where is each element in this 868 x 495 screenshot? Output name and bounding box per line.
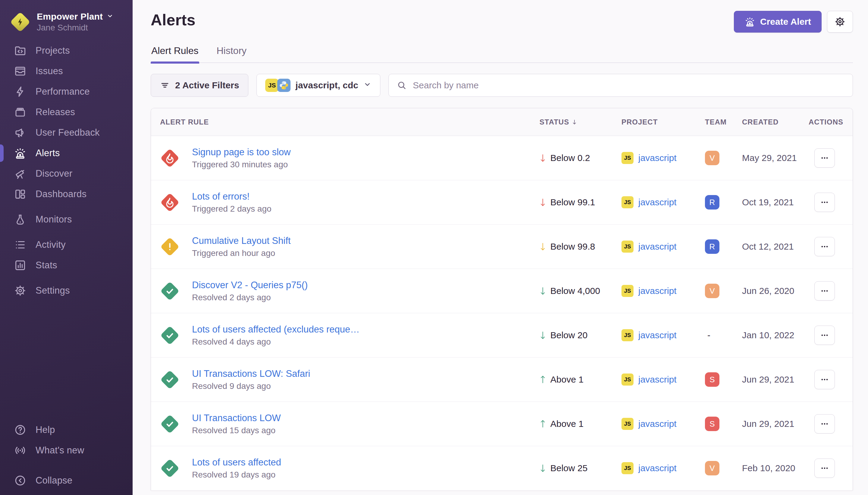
alert-rule-status-note: Resolved 4 days ago bbox=[192, 337, 360, 347]
sidebar-item-collapse[interactable]: Collapse bbox=[0, 470, 133, 491]
sidebar-item-discover[interactable]: Discover bbox=[0, 164, 133, 184]
sidebar-item-help[interactable]: Help bbox=[0, 420, 133, 440]
sidebar-item-dashboards[interactable]: Dashboards bbox=[0, 184, 133, 204]
arrow-down-icon bbox=[539, 463, 546, 474]
filter-icon bbox=[160, 81, 170, 90]
sidebar-item-monitors[interactable]: Monitors bbox=[0, 209, 133, 230]
team-avatar[interactable]: R bbox=[705, 239, 719, 254]
user-name: Jane Schmidt bbox=[37, 23, 114, 33]
column-header-label: ALERT RULE bbox=[160, 118, 209, 126]
whats-new-icon bbox=[14, 444, 27, 457]
arrow-down-icon bbox=[539, 330, 546, 341]
javascript-badge: JS bbox=[622, 196, 633, 208]
row-actions-button[interactable] bbox=[814, 281, 835, 301]
team-avatar[interactable]: S bbox=[705, 372, 719, 387]
sidebar-item-label: Help bbox=[36, 425, 55, 435]
sidebar-item-label: Performance bbox=[36, 86, 90, 97]
alert-rule-name-link[interactable]: Cumulative Layout Shift bbox=[192, 236, 291, 246]
created-date: Oct 19, 2021 bbox=[742, 197, 809, 207]
project-link[interactable]: javascript bbox=[638, 419, 677, 429]
project-link[interactable]: javascript bbox=[638, 374, 677, 385]
row-actions-button[interactable] bbox=[814, 459, 835, 478]
org-switcher[interactable]: Empower Plant Jane Schmidt bbox=[0, 9, 133, 40]
alert-rule-name-link[interactable]: UI Transactions LOW bbox=[192, 413, 281, 424]
javascript-badge: JS bbox=[265, 79, 278, 92]
sidebar-item-projects[interactable]: Projects bbox=[0, 40, 133, 61]
sidebar-item-performance[interactable]: Performance bbox=[0, 81, 133, 102]
alert-rule-cell: Lots of users affected (excludes reque…R… bbox=[160, 324, 539, 347]
sidebar-item-what-s-new[interactable]: What's new bbox=[0, 440, 133, 461]
alert-rule-name-link[interactable]: Lots of users affected bbox=[192, 457, 281, 468]
team-avatar[interactable]: V bbox=[705, 461, 719, 475]
javascript-badge: JS bbox=[622, 374, 633, 386]
actions-cell bbox=[809, 326, 840, 345]
alerts-settings-button[interactable] bbox=[827, 11, 853, 33]
team-avatar[interactable]: S bbox=[705, 416, 719, 431]
alert-rule-name-link[interactable]: Lots of errors! bbox=[192, 191, 272, 202]
monitors-icon bbox=[14, 213, 27, 226]
search-input[interactable] bbox=[413, 80, 845, 90]
sidebar-item-activity[interactable]: Activity bbox=[0, 235, 133, 255]
arrow-down-icon bbox=[539, 197, 546, 208]
team-avatar[interactable]: R bbox=[705, 195, 719, 209]
dashboards-icon bbox=[14, 188, 27, 201]
arrow-down-icon bbox=[539, 286, 546, 296]
sidebar-item-user-feedback[interactable]: User Feedback bbox=[0, 122, 133, 143]
row-actions-button[interactable] bbox=[814, 193, 835, 212]
team-cell: V bbox=[705, 461, 742, 475]
filter-row: 2 Active Filters JS javascript, cdc bbox=[151, 74, 853, 97]
sidebar-item-stats[interactable]: Stats bbox=[0, 255, 133, 275]
team-avatar[interactable]: V bbox=[705, 151, 719, 165]
help-icon bbox=[14, 424, 27, 436]
row-actions-button[interactable] bbox=[814, 370, 835, 389]
row-actions-button[interactable] bbox=[814, 148, 835, 168]
actions-cell bbox=[809, 459, 840, 478]
project-link[interactable]: javascript bbox=[638, 463, 677, 473]
column-header-status[interactable]: STATUS bbox=[539, 118, 622, 126]
team-cell: R bbox=[705, 239, 742, 254]
releases-icon bbox=[14, 106, 27, 118]
alert-rule-row: UI Transactions LOW: SafariResolved 9 da… bbox=[151, 358, 853, 402]
sidebar-item-settings[interactable]: Settings bbox=[0, 280, 133, 301]
project-selector[interactable]: JS javascript, cdc bbox=[257, 74, 380, 97]
alert-rule-status-note: Resolved 15 days ago bbox=[192, 426, 281, 435]
project-link[interactable]: javascript bbox=[638, 286, 677, 296]
resolved-status-icon bbox=[160, 370, 179, 389]
sidebar-item-releases[interactable]: Releases bbox=[0, 102, 133, 122]
status-cell: Below 0.2 bbox=[539, 153, 622, 164]
project-link[interactable]: javascript bbox=[638, 153, 677, 163]
alert-rule-name-link[interactable]: UI Transactions LOW: Safari bbox=[192, 369, 310, 379]
status-cell: Below 25 bbox=[539, 463, 622, 474]
project-cell: JSjavascript bbox=[622, 285, 705, 297]
alert-rule-name-link[interactable]: Lots of users affected (excludes reque… bbox=[192, 324, 360, 335]
project-cell: JSjavascript bbox=[622, 152, 705, 164]
create-alert-button[interactable]: Create Alert bbox=[734, 11, 821, 33]
actions-cell bbox=[809, 370, 840, 389]
created-date: Jun 26, 2020 bbox=[742, 286, 809, 296]
row-actions-button[interactable] bbox=[814, 414, 835, 433]
team-avatar[interactable]: V bbox=[705, 284, 719, 298]
tab-alert-rules[interactable]: Alert Rules bbox=[151, 45, 199, 63]
alert-rule-name-link[interactable]: Discover V2 - Queries p75() bbox=[192, 280, 308, 291]
threshold-value: Below 99.1 bbox=[550, 197, 595, 207]
alert-rule-status-note: Triggered 30 minutes ago bbox=[192, 160, 291, 169]
project-link[interactable]: javascript bbox=[638, 197, 677, 207]
status-cell: Below 4,000 bbox=[539, 286, 622, 296]
row-actions-button[interactable] bbox=[814, 237, 835, 256]
sidebar-item-alerts[interactable]: Alerts bbox=[0, 143, 133, 164]
alert-rules-table: ALERT RULESTATUSPROJECTTEAMCREATEDACTION… bbox=[151, 108, 853, 491]
sidebar-item-label: Discover bbox=[36, 168, 72, 179]
alert-rule-name-link[interactable]: Signup page is too slow bbox=[192, 147, 291, 158]
javascript-badge: JS bbox=[622, 329, 633, 341]
discover-icon bbox=[14, 167, 27, 180]
sidebar-item-label: Settings bbox=[36, 285, 70, 296]
active-filters-button[interactable]: 2 Active Filters bbox=[151, 74, 248, 97]
python-badge bbox=[277, 79, 291, 92]
threshold-value: Below 25 bbox=[550, 463, 587, 473]
project-link[interactable]: javascript bbox=[638, 330, 677, 340]
project-link[interactable]: javascript bbox=[638, 241, 677, 252]
tab-history[interactable]: History bbox=[216, 45, 247, 63]
row-actions-button[interactable] bbox=[814, 326, 835, 345]
sidebar-item-issues[interactable]: Issues bbox=[0, 61, 133, 81]
column-header-label: PROJECT bbox=[622, 118, 658, 126]
